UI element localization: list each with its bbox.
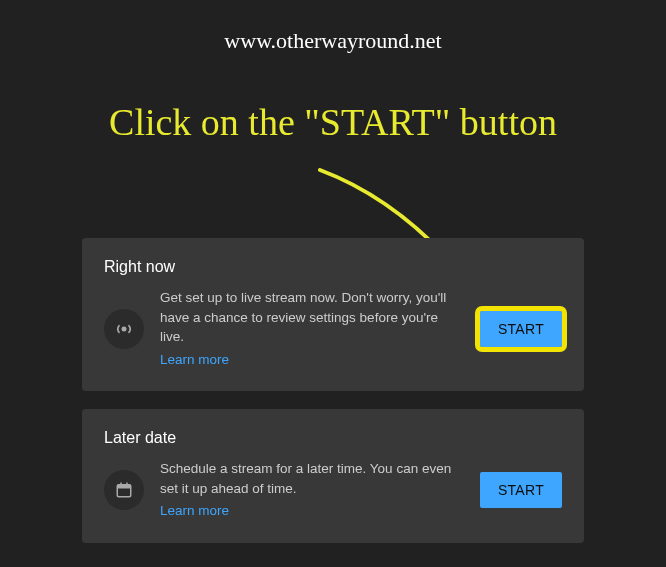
broadcast-icon bbox=[104, 309, 144, 349]
learn-more-link[interactable]: Learn more bbox=[160, 501, 229, 521]
right-now-card: Right now Get set up to live stream now.… bbox=[82, 238, 584, 391]
description-text: Schedule a stream for a later time. You … bbox=[160, 461, 451, 496]
start-button-later-date[interactable]: START bbox=[480, 472, 562, 508]
svg-point-0 bbox=[122, 326, 127, 331]
start-button-right-now[interactable]: START bbox=[480, 311, 562, 347]
card-description: Get set up to live stream now. Don't wor… bbox=[160, 288, 464, 369]
description-text: Get set up to live stream now. Don't wor… bbox=[160, 290, 446, 344]
card-title: Right now bbox=[104, 258, 562, 276]
learn-more-link[interactable]: Learn more bbox=[160, 350, 229, 370]
instruction-text: Click on the "START" button bbox=[109, 100, 557, 144]
later-date-card: Later date Schedule a stream for a later… bbox=[82, 409, 584, 543]
watermark-text: www.otherwayround.net bbox=[224, 28, 441, 54]
svg-rect-2 bbox=[117, 485, 131, 489]
card-description: Schedule a stream for a later time. You … bbox=[160, 459, 464, 521]
calendar-icon bbox=[104, 470, 144, 510]
card-title: Later date bbox=[104, 429, 562, 447]
